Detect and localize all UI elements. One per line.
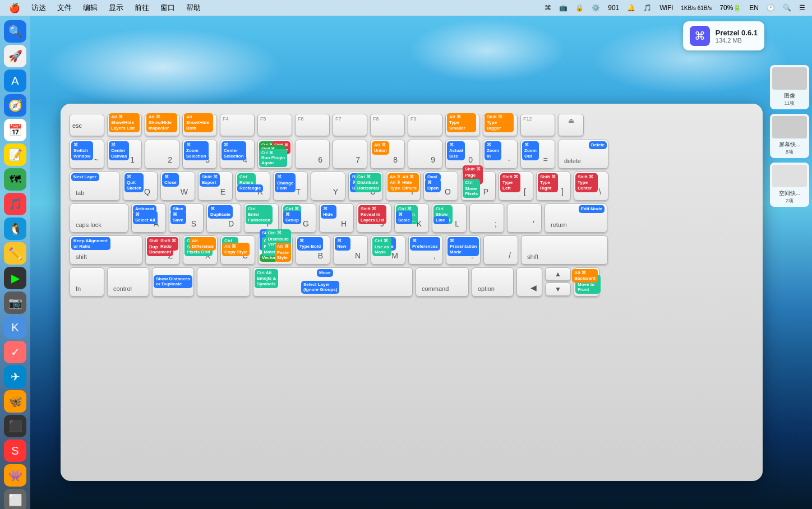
key-period[interactable]: ⌘ PresentationMode . — [446, 235, 481, 265]
key-delete[interactable]: Delete delete — [558, 140, 608, 169]
dock-butterfly[interactable]: 🦋 — [4, 390, 26, 413]
key-c[interactable]: Ctrl PickColor Alt ⌘ Copy Style C — [220, 235, 255, 265]
key-shift-l[interactable]: Keep Alignmentor Ratio shift — [70, 235, 142, 265]
key-f6[interactable]: F6 — [295, 114, 330, 136]
badge-switch-window[interactable]: ⌘ SwitchWindow — [71, 141, 93, 160]
key-g[interactable]: Ctrl ⌘ ShowGrid ⌘ Group G — [282, 203, 316, 233]
badge-open[interactable]: ⌘ Open — [425, 179, 441, 192]
dock-unknown3[interactable]: 👾 — [4, 464, 26, 487]
badge-presentation[interactable]: ⌘ PresentationMode — [447, 237, 479, 256]
badge-keep-alignment[interactable]: Keep Alignmentor Ratio — [71, 237, 110, 250]
badge-type-center[interactable]: Shift ⌘ TypeCenter — [575, 173, 598, 192]
badge-hide[interactable]: ⌘ Hide — [321, 205, 336, 219]
dock-calendar[interactable]: 📅 — [4, 119, 26, 141]
key-q[interactable]: ⌘ QuitSketch Q — [123, 172, 158, 201]
key-control[interactable]: control — [107, 267, 149, 297]
menu-battery[interactable]: 70%🔋 — [717, 3, 744, 13]
key-v[interactable]: ⌘ Paste Shift ⌘ Paste InPlace Vector Ctr… — [258, 235, 293, 265]
key-backslash[interactable]: Shift ⌘ TypeCenter \ — [574, 172, 608, 201]
key-comma[interactable]: ⌘ Preferences , — [408, 235, 443, 265]
menu-file[interactable]: 文件 — [53, 2, 76, 14]
menu-badge[interactable]: 901 — [606, 3, 621, 13]
badge-zoom-selection[interactable]: ⌘ ZoomSelection — [184, 141, 209, 160]
menu-go[interactable]: 前往 — [130, 2, 154, 14]
key-f2[interactable]: F2 Alt ⌘ Show/HideInspector — [145, 114, 179, 136]
key-a[interactable]: Artboard ⌘ Select All A — [131, 203, 166, 233]
key-tab[interactable]: Next Layer tab — [70, 172, 120, 201]
badge-group[interactable]: ⌘ Group — [283, 211, 301, 224]
menu-bell[interactable]: 🔔 — [625, 3, 638, 13]
menu-settings[interactable]: ⚙️ — [589, 3, 602, 13]
key-equals[interactable]: ⌘ ZoomOut = — [520, 140, 555, 169]
key-shift-r[interactable]: shift — [521, 235, 608, 265]
badge-export[interactable]: Shift ⌘ Export — [200, 173, 220, 187]
badge-show-distances[interactable]: Show Distancesor Duplicate — [154, 275, 192, 288]
menu-cmd-icon[interactable]: ⌘ — [542, 3, 553, 13]
badge-save[interactable]: ⌘ Save — [170, 211, 186, 224]
key-8[interactable]: Alt ⌘ Union 8 — [370, 140, 405, 169]
key-s[interactable]: Slice ⌘ Save S — [169, 203, 204, 233]
panel-item-3[interactable]: 空间快... 2项 — [770, 163, 809, 207]
key-b[interactable]: ⌘ Type Bold B — [296, 235, 330, 265]
key-f3[interactable]: F3 Alt Show/HideBoth — [182, 114, 217, 136]
menu-help[interactable]: 帮助 — [182, 2, 205, 14]
badge-paste-style[interactable]: Alt ⌘ PasteStyle — [275, 243, 291, 262]
apple-menu[interactable]: 🍎 — [4, 3, 25, 13]
key-i[interactable]: Alt ⌘ Intersect Alt ⌘ Type Italic Alt ⌘ … — [386, 172, 421, 201]
key-minus[interactable]: ⌘ ZoomIn - — [483, 140, 518, 169]
key-f10[interactable]: F10 Alt ⌘ TypeSmaller — [445, 114, 480, 136]
badge-hide-others[interactable]: Alt ⌘ HideOthers — [400, 173, 419, 192]
dock-qq[interactable]: 🐧 — [4, 218, 26, 240]
badge-quit[interactable]: ⌘ QuitSketch — [124, 173, 144, 192]
menu-network[interactable]: 1KB/s 61B/s — [679, 4, 714, 12]
badge-dist-h[interactable]: Ctrl ⌘ DistributeHorizontal — [355, 173, 381, 192]
key-f5[interactable]: F5 — [257, 114, 292, 136]
menu-lock[interactable]: 🔒 — [573, 3, 586, 13]
badge-fullscreen[interactable]: Ctrl EnterFullscreen — [246, 205, 273, 224]
key-0[interactable]: ⌘ ActualSize 0 — [445, 140, 480, 169]
key-fn[interactable]: fn — [70, 267, 104, 297]
key-3[interactable]: ⌘ ZoomSelection 3 — [182, 140, 217, 169]
badge-duplicate[interactable]: ⌘ Duplicate — [208, 205, 233, 219]
key-bracket-r[interactable]: Shift ⌘ TypeRight ] — [536, 172, 571, 201]
key-backtick[interactable]: ⌘ SwitchWindow ~ — [70, 140, 104, 169]
menu-list[interactable]: ☰ — [797, 3, 808, 13]
dock-capture[interactable]: 📷 — [4, 291, 26, 314]
badge-select-all[interactable]: ⌘ Select All — [133, 211, 158, 224]
badge-show-both[interactable]: Alt Show/HideBoth — [184, 113, 213, 132]
badge-backward[interactable]: Alt ⌘ Backward — [572, 269, 598, 283]
badge-difference[interactable]: Alt Difference — [190, 237, 216, 251]
key-t[interactable]: Text ⌘ ChangeFont T — [273, 172, 308, 201]
menu-clock[interactable]: 🕐 — [764, 3, 777, 13]
badge-change-font[interactable]: ⌘ ChangeFont — [275, 173, 296, 192]
key-arrow-u[interactable]: ▲ — [545, 267, 571, 281]
badge-center-selection[interactable]: ⌘ CenterSelection — [222, 141, 246, 160]
dock-appstore[interactable]: A — [4, 70, 26, 92]
badge-delete[interactable]: Delete — [589, 141, 607, 149]
key-arrow-d[interactable]: ▼ — [545, 283, 571, 296]
key-x[interactable]: ⌘ Subtract Ctrl ShowPixels Grid Alt Diff… — [183, 235, 218, 265]
panel-item-2[interactable]: 屏幕快... 8项 — [770, 114, 809, 158]
key-6[interactable]: 6 — [295, 140, 330, 169]
badge-zoom-in[interactable]: ⌘ ZoomIn — [485, 141, 501, 160]
key-n[interactable]: ⌘ New N — [333, 235, 368, 265]
menu-window[interactable]: 窗口 — [156, 2, 179, 14]
badge-type-right[interactable]: Shift ⌘ TypeRight — [538, 173, 558, 192]
dock-maps[interactable]: 🗺 — [4, 168, 26, 191]
badge-show-pixels[interactable]: Ctrl ShowPixels — [463, 179, 480, 198]
dock-music[interactable]: 🎵 — [4, 193, 26, 215]
key-quote[interactable]: ' — [507, 203, 542, 233]
menu-keyboard[interactable]: EN — [747, 3, 761, 13]
menu-audio[interactable]: 🎵 — [641, 3, 654, 13]
key-l[interactable]: Ctrl ShowLayout Line L — [432, 203, 467, 233]
badge-move[interactable]: Move — [317, 269, 333, 277]
key-m[interactable]: ⌘ Minimize Ctrl ⌘ Use asMask M — [371, 235, 405, 265]
key-semicolon[interactable]: ; — [469, 203, 504, 233]
key-z[interactable]: ⌘ Undo Shift ⌘ DuplicateDocument Shift ⌘… — [145, 235, 180, 265]
badge-center-canvas[interactable]: ⌘ CenterCanvas — [109, 141, 129, 160]
badge-line[interactable]: Line — [433, 216, 449, 224]
menu-finder[interactable]: 访达 — [27, 2, 50, 14]
menu-screen[interactable]: 📺 — [557, 3, 570, 13]
key-return[interactable]: Edit Mode return — [545, 203, 607, 233]
badge-union[interactable]: Alt ⌘ Union — [372, 141, 389, 155]
